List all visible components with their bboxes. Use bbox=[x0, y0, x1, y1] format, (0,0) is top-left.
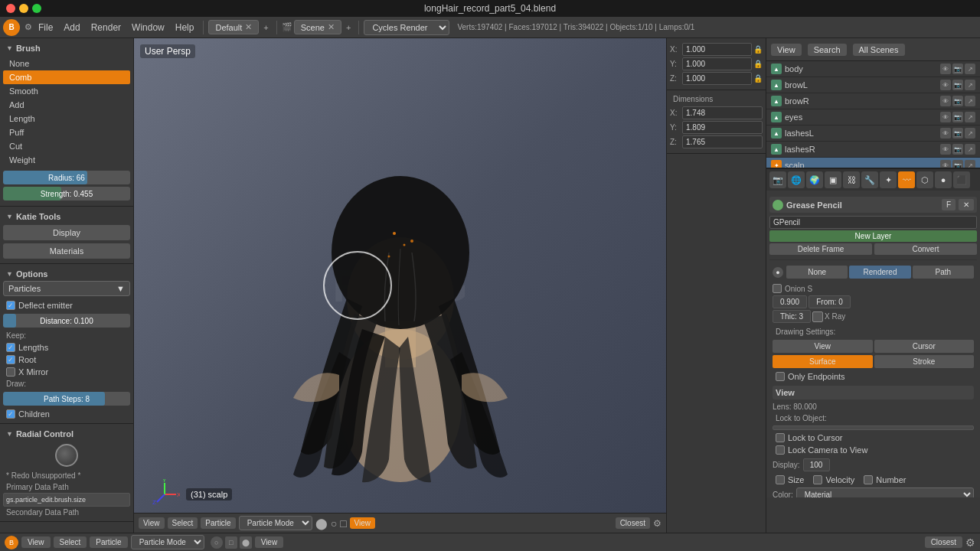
deflect-emitter-check[interactable]: ✓ bbox=[6, 301, 15, 310]
scalp-vis-icon[interactable]: 👁 bbox=[940, 160, 951, 168]
window-controls[interactable] bbox=[6, 4, 41, 13]
maximize-button[interactable] bbox=[32, 4, 41, 13]
menu-add[interactable]: Add bbox=[59, 21, 84, 34]
outliner-search-btn[interactable]: Search bbox=[808, 44, 847, 56]
size-check[interactable] bbox=[776, 475, 785, 484]
stroke-tab-btn[interactable]: Stroke bbox=[874, 355, 975, 368]
status-view-btn[interactable]: View bbox=[21, 536, 51, 548]
stroke-tab-path[interactable]: Path bbox=[913, 266, 974, 279]
viewport[interactable]: RRCG bbox=[134, 38, 666, 533]
browL-render-icon[interactable]: 📷 bbox=[952, 80, 963, 90]
viewport-particle-btn[interactable]: Particle bbox=[201, 517, 235, 529]
surface-btn[interactable]: Surface bbox=[773, 355, 873, 368]
loc-x-val[interactable]: 1.000 bbox=[682, 43, 752, 56]
props-tab-object[interactable]: ▣ bbox=[825, 171, 841, 188]
lengths-check[interactable]: ✓ bbox=[6, 343, 15, 352]
menu-render[interactable]: Render bbox=[87, 21, 126, 34]
browL-sel-icon[interactable]: ↗ bbox=[965, 80, 975, 90]
brush-cut[interactable]: Cut bbox=[3, 139, 130, 153]
brush-header[interactable]: Brush bbox=[3, 41, 130, 55]
materials-button[interactable]: Materials bbox=[3, 243, 130, 259]
brush-none[interactable]: None bbox=[3, 57, 130, 70]
options-header[interactable]: Options bbox=[3, 267, 130, 281]
outliner-item-lashesR[interactable]: ▲ lashesR 👁 📷 ↗ bbox=[766, 142, 980, 158]
viewport-select-btn[interactable]: Select bbox=[168, 517, 198, 529]
browR-vis-icon[interactable]: 👁 bbox=[940, 96, 951, 106]
lashesR-render-icon[interactable]: 📷 bbox=[952, 144, 963, 155]
stroke-tab-rendered[interactable]: Rendered bbox=[849, 266, 910, 279]
gp-layer-input[interactable] bbox=[769, 216, 977, 229]
outliner-item-browR[interactable]: ▲ browR 👁 📷 ↗ bbox=[766, 93, 980, 109]
lock-obj-input[interactable] bbox=[773, 425, 974, 430]
props-tab-scene[interactable]: 🌐 bbox=[788, 171, 805, 188]
status-settings-icon[interactable]: ⚙ bbox=[965, 536, 975, 549]
gp-close-btn[interactable]: ✕ bbox=[959, 199, 974, 210]
frame-input[interactable]: From: 0 bbox=[808, 295, 851, 308]
viewport-closest-btn[interactable]: Closest bbox=[616, 517, 650, 529]
scene-tab[interactable]: Scene ✕ bbox=[294, 20, 341, 34]
scene-close-icon[interactable]: ✕ bbox=[328, 22, 335, 32]
lashesL-vis-icon[interactable]: 👁 bbox=[940, 128, 951, 139]
close-button[interactable] bbox=[6, 4, 15, 13]
lashesR-vis-icon[interactable]: 👁 bbox=[940, 144, 951, 155]
lock-y-icon[interactable]: 🔒 bbox=[753, 60, 763, 68]
drawing-view-btn[interactable]: View bbox=[773, 340, 873, 353]
body-sel-icon[interactable]: ↗ bbox=[965, 64, 975, 74]
status-mode-select[interactable]: Particle Mode bbox=[131, 535, 204, 549]
status-select-btn[interactable]: Select bbox=[54, 536, 87, 548]
lashesR-sel-icon[interactable]: ↗ bbox=[965, 144, 975, 155]
menu-file[interactable]: File bbox=[34, 21, 57, 34]
brush-length[interactable]: Length bbox=[3, 112, 130, 126]
scene-add-icon[interactable]: + bbox=[343, 21, 354, 34]
props-tab-particles[interactable]: ✦ bbox=[880, 171, 897, 188]
brush-add[interactable]: Add bbox=[3, 98, 130, 112]
outliner-scene-btn[interactable]: All Scenes bbox=[853, 44, 905, 56]
stroke-tab-none[interactable]: None bbox=[786, 266, 848, 279]
eyes-vis-icon[interactable]: 👁 bbox=[940, 112, 951, 122]
display-button[interactable]: Display bbox=[3, 225, 130, 240]
eyes-sel-icon[interactable]: ↗ bbox=[965, 112, 975, 122]
lock-x-icon[interactable]: 🔒 bbox=[753, 45, 763, 54]
lashesL-render-icon[interactable]: 📷 bbox=[952, 128, 963, 139]
blender-logo[interactable]: B bbox=[3, 19, 20, 36]
root-check[interactable]: ✓ bbox=[6, 355, 15, 364]
display-input[interactable]: 100 bbox=[803, 458, 830, 471]
props-tab-world[interactable]: 🌍 bbox=[806, 171, 823, 188]
brush-smooth[interactable]: Smooth bbox=[3, 84, 130, 98]
props-tab-data[interactable]: ⬡ bbox=[916, 171, 933, 188]
delete-frame-btn[interactable]: Delete Frame bbox=[769, 243, 872, 255]
browL-vis-icon[interactable]: 👁 bbox=[940, 80, 951, 90]
props-tab-material[interactable]: ● bbox=[935, 171, 952, 188]
menu-help[interactable]: Help bbox=[171, 21, 199, 34]
outliner-view-btn[interactable]: View bbox=[771, 44, 802, 56]
scalp-sel-icon[interactable]: ↗ bbox=[965, 160, 975, 168]
viewport-mode-select[interactable]: Particle Mode bbox=[239, 516, 312, 530]
eyes-render-icon[interactable]: 📷 bbox=[952, 112, 963, 122]
gp-f-btn[interactable]: F bbox=[942, 199, 956, 210]
velocity-check[interactable] bbox=[813, 475, 822, 484]
lock-cursor-check[interactable] bbox=[776, 433, 785, 442]
outliner-item-eyes[interactable]: ▲ eyes 👁 📷 ↗ bbox=[766, 109, 980, 126]
dim-y-val[interactable]: 1.809 bbox=[682, 121, 763, 134]
viewport-3d[interactable]: RRCG bbox=[134, 38, 666, 533]
workspace-add-icon[interactable]: + bbox=[260, 21, 271, 34]
browR-render-icon[interactable]: 📷 bbox=[952, 96, 963, 106]
lock-z-icon[interactable]: 🔒 bbox=[753, 74, 763, 83]
lock-camera-check[interactable] bbox=[776, 445, 785, 455]
engine-select[interactable]: Cycles Render Blender Render bbox=[364, 20, 449, 35]
endpoints-check[interactable] bbox=[776, 372, 785, 381]
lashesL-sel-icon[interactable]: ↗ bbox=[965, 128, 975, 139]
particles-dropdown[interactable]: Particles ▼ bbox=[3, 281, 130, 296]
outliner-item-lashesL[interactable]: ▲ lashesL 👁 📷 ↗ bbox=[766, 126, 980, 142]
path-steps-slider[interactable]: Path Steps: 8 bbox=[3, 392, 130, 406]
view-section-header[interactable]: View bbox=[773, 386, 974, 399]
primary-data-input[interactable]: gs.particle_edit.brush.size bbox=[3, 493, 130, 507]
outliner-item-browL[interactable]: ▲ browL 👁 📷 ↗ bbox=[766, 77, 980, 93]
outliner-item-scalp[interactable]: ✦ scalp 👁 📷 ↗ bbox=[766, 158, 980, 168]
onion-check[interactable] bbox=[773, 284, 782, 293]
props-tab-modifier[interactable]: 🔧 bbox=[861, 171, 878, 188]
katie-tools-header[interactable]: Katie Tools bbox=[3, 210, 130, 223]
brush-weight[interactable]: Weight bbox=[3, 153, 130, 167]
props-tab-constraints[interactable]: ⛓ bbox=[843, 171, 860, 188]
viewport-view2-btn[interactable]: View bbox=[350, 517, 376, 529]
